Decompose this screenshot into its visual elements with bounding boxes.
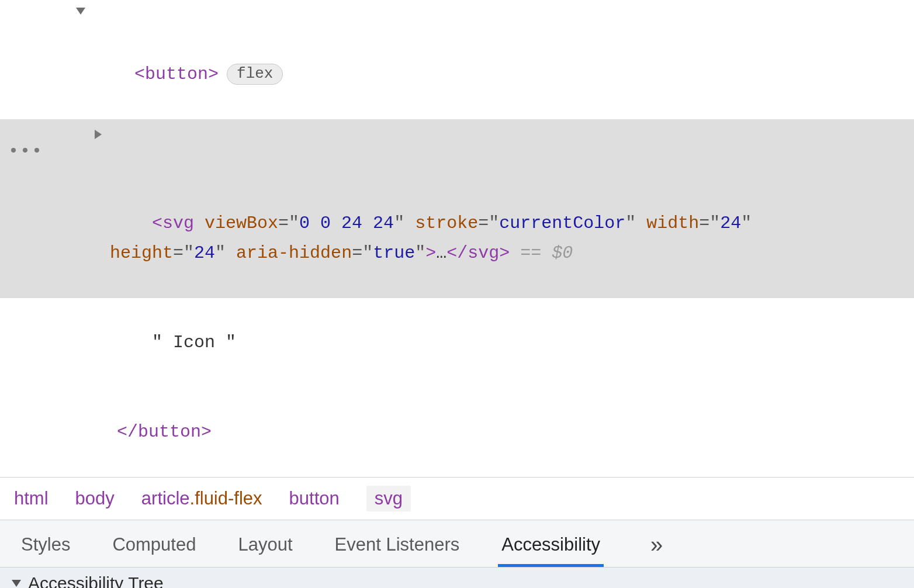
attr-width: width (636, 213, 699, 233)
breadcrumb: html body article.fluid-flex button svg (0, 478, 914, 520)
elements-dom-panel: <button>flex ••• <svg viewBox="0 0 24 24… (0, 0, 914, 478)
attr-stroke: stroke (404, 213, 478, 233)
button-close-tag: </button> (117, 422, 212, 442)
crumb-article[interactable]: article.fluid-flex (141, 488, 262, 509)
crumb-svg[interactable]: svg (366, 486, 411, 511)
eq-zero-marker: == $0 (510, 243, 573, 263)
side-panel-tabs: Styles Computed Layout Event Listeners A… (0, 520, 914, 568)
tabs-overflow-icon[interactable]: » (650, 532, 663, 566)
tab-event-listeners[interactable]: Event Listeners (331, 531, 463, 567)
dom-row-button-close[interactable]: </button> (0, 388, 914, 477)
disclosure-triangle-icon[interactable] (76, 8, 85, 15)
dom-row-svg[interactable]: ••• <svg viewBox="0 0 24 24" stroke="cur… (0, 119, 914, 298)
section-accessibility-tree[interactable]: Accessibility Tree (0, 568, 914, 588)
gutter-ellipsis-icon[interactable]: ••• (8, 137, 43, 167)
crumb-button[interactable]: button (289, 488, 340, 509)
flex-badge[interactable]: flex (227, 64, 283, 85)
attr-viewbox: viewBox (194, 213, 278, 233)
disclosure-collapsed-icon[interactable] (95, 130, 106, 139)
attr-aria-hidden: aria-hidden (226, 243, 352, 263)
crumb-body[interactable]: body (75, 488, 115, 509)
dom-row-button-open[interactable]: <button>flex (0, 0, 914, 119)
section-disclosure-icon (12, 580, 21, 587)
tab-computed[interactable]: Computed (109, 531, 199, 567)
tab-accessibility[interactable]: Accessibility (498, 531, 604, 567)
button-open-tag: <button> (134, 64, 219, 84)
svg-open-angle: <svg (152, 213, 194, 233)
dom-row-text-node[interactable]: " Icon " (0, 298, 914, 388)
tab-layout[interactable]: Layout (234, 531, 296, 567)
crumb-html[interactable]: html (14, 488, 49, 509)
section-title: Accessibility Tree (28, 573, 164, 588)
svg-close-tag: </svg> (446, 243, 510, 263)
tab-styles[interactable]: Styles (18, 531, 74, 567)
attr-height: height (110, 243, 173, 263)
text-node-icon-label: " Icon " (152, 333, 236, 352)
